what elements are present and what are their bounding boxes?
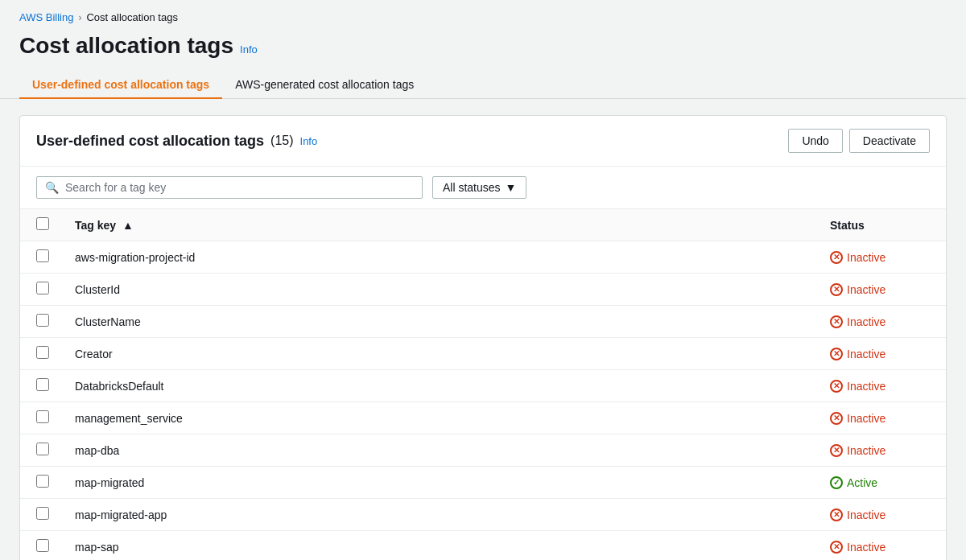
search-box: 🔍 bbox=[36, 176, 423, 199]
table-row: aws-migration-project-id ✕ Inactive bbox=[20, 241, 946, 274]
row-checkbox-cell bbox=[20, 338, 62, 370]
card-header-left: User-defined cost allocation tags (15) I… bbox=[36, 133, 317, 150]
status-filter-dropdown[interactable]: All statuses ▼ bbox=[432, 176, 526, 199]
row-checkbox-cell bbox=[20, 499, 62, 531]
status-text: Active bbox=[847, 476, 877, 489]
inactive-icon: ✕ bbox=[830, 283, 843, 296]
page-title-area: Cost allocation tags Info bbox=[0, 30, 966, 59]
status-text: Inactive bbox=[847, 541, 886, 554]
filter-label: All statuses bbox=[443, 181, 501, 194]
status-text: Inactive bbox=[847, 283, 886, 296]
row-tagkey: aws-migration-project-id bbox=[62, 241, 817, 274]
card-title: User-defined cost allocation tags bbox=[36, 133, 264, 150]
table-row: map-migrated-app ✕ Inactive bbox=[20, 499, 946, 531]
row-checkbox[interactable] bbox=[36, 410, 49, 423]
tab-user-defined[interactable]: User-defined cost allocation tags bbox=[19, 72, 222, 99]
row-tagkey: DatabricksDefault bbox=[62, 370, 817, 402]
status-text: Inactive bbox=[847, 251, 886, 264]
row-status: ✕ Inactive bbox=[817, 434, 946, 467]
tabs-bar: User-defined cost allocation tags AWS-ge… bbox=[0, 59, 966, 99]
row-tagkey: map-migrated bbox=[62, 467, 817, 499]
row-tagkey: map-migrated-app bbox=[62, 499, 817, 531]
header-tagkey-label: Tag key bbox=[75, 219, 116, 232]
tab-aws-generated[interactable]: AWS-generated cost allocation tags bbox=[222, 72, 427, 99]
row-checkbox[interactable] bbox=[36, 539, 49, 552]
table-row: map-migrated ✓ Active bbox=[20, 467, 946, 499]
page-title: Cost allocation tags bbox=[19, 33, 233, 59]
row-checkbox-cell bbox=[20, 370, 62, 402]
deactivate-button[interactable]: Deactivate bbox=[849, 129, 930, 153]
row-checkbox-cell bbox=[20, 241, 62, 274]
sort-asc-icon: ▲ bbox=[122, 219, 134, 232]
row-checkbox[interactable] bbox=[36, 378, 49, 391]
main-content: User-defined cost allocation tags (15) I… bbox=[0, 99, 966, 560]
inactive-icon: ✕ bbox=[830, 412, 843, 425]
status-text: Inactive bbox=[847, 444, 886, 457]
card-header: User-defined cost allocation tags (15) I… bbox=[20, 116, 946, 167]
row-status: ✕ Inactive bbox=[817, 306, 946, 338]
row-checkbox-cell bbox=[20, 306, 62, 338]
inactive-icon: ✕ bbox=[830, 509, 843, 521]
row-checkbox[interactable] bbox=[36, 346, 49, 359]
table-row: map-sap ✕ Inactive bbox=[20, 531, 946, 561]
row-status: ✕ Inactive bbox=[817, 338, 946, 370]
row-status: ✓ Active bbox=[817, 467, 946, 499]
status-text: Inactive bbox=[847, 380, 886, 393]
page-info-link[interactable]: Info bbox=[240, 43, 258, 56]
row-checkbox[interactable] bbox=[36, 507, 49, 520]
table-row: DatabricksDefault ✕ Inactive bbox=[20, 370, 946, 402]
row-checkbox[interactable] bbox=[36, 314, 49, 327]
row-checkbox[interactable] bbox=[36, 443, 49, 455]
row-checkbox-cell bbox=[20, 274, 62, 306]
row-tagkey: map-dba bbox=[62, 434, 817, 467]
inactive-icon: ✕ bbox=[830, 315, 843, 328]
select-all-checkbox[interactable] bbox=[36, 217, 49, 230]
row-tagkey: management_service bbox=[62, 402, 817, 434]
card-info-link[interactable]: Info bbox=[300, 135, 318, 147]
status-text: Inactive bbox=[847, 509, 886, 521]
tags-table: Tag key ▲ Status aws-migration-project-i… bbox=[20, 209, 946, 560]
row-status: ✕ Inactive bbox=[817, 499, 946, 531]
header-status-col: Status bbox=[817, 209, 946, 241]
row-checkbox-cell bbox=[20, 467, 62, 499]
table-body: aws-migration-project-id ✕ Inactive Clus… bbox=[20, 241, 946, 561]
search-input[interactable] bbox=[65, 181, 414, 194]
header-tagkey-col[interactable]: Tag key ▲ bbox=[62, 209, 817, 241]
row-tagkey: ClusterName bbox=[62, 306, 817, 338]
row-status: ✕ Inactive bbox=[817, 370, 946, 402]
tags-table-wrapper: Tag key ▲ Status aws-migration-project-i… bbox=[20, 209, 946, 560]
breadcrumb-parent-link[interactable]: AWS Billing bbox=[19, 11, 73, 23]
row-tagkey: ClusterId bbox=[62, 274, 817, 306]
undo-button[interactable]: Undo bbox=[788, 129, 842, 153]
inactive-icon: ✕ bbox=[830, 380, 843, 393]
inactive-icon: ✕ bbox=[830, 348, 843, 360]
table-row: ClusterName ✕ Inactive bbox=[20, 306, 946, 338]
breadcrumb-current: Cost allocation tags bbox=[86, 11, 177, 23]
row-tagkey: map-sap bbox=[62, 531, 817, 561]
table-row: Creator ✕ Inactive bbox=[20, 338, 946, 370]
table-row: ClusterId ✕ Inactive bbox=[20, 274, 946, 306]
user-defined-tags-card: User-defined cost allocation tags (15) I… bbox=[19, 115, 947, 560]
inactive-icon: ✕ bbox=[830, 251, 843, 264]
header-status-label: Status bbox=[830, 219, 865, 232]
search-icon: 🔍 bbox=[45, 181, 59, 194]
row-status: ✕ Inactive bbox=[817, 531, 946, 561]
row-tagkey: Creator bbox=[62, 338, 817, 370]
card-header-right: Undo Deactivate bbox=[788, 129, 930, 153]
chevron-down-icon: ▼ bbox=[506, 181, 517, 194]
row-checkbox-cell bbox=[20, 434, 62, 467]
card-count: (15) bbox=[270, 134, 293, 148]
row-checkbox[interactable] bbox=[36, 249, 49, 262]
status-text: Inactive bbox=[847, 315, 886, 328]
table-row: map-dba ✕ Inactive bbox=[20, 434, 946, 467]
active-icon: ✓ bbox=[830, 476, 843, 489]
row-status: ✕ Inactive bbox=[817, 402, 946, 434]
row-checkbox-cell bbox=[20, 531, 62, 561]
row-checkbox[interactable] bbox=[36, 475, 49, 488]
status-text: Inactive bbox=[847, 348, 886, 360]
breadcrumb-separator: › bbox=[78, 12, 81, 23]
row-status: ✕ Inactive bbox=[817, 241, 946, 274]
row-checkbox[interactable] bbox=[36, 282, 49, 294]
table-header-row: Tag key ▲ Status bbox=[20, 209, 946, 241]
breadcrumb: AWS Billing › Cost allocation tags bbox=[0, 0, 966, 30]
